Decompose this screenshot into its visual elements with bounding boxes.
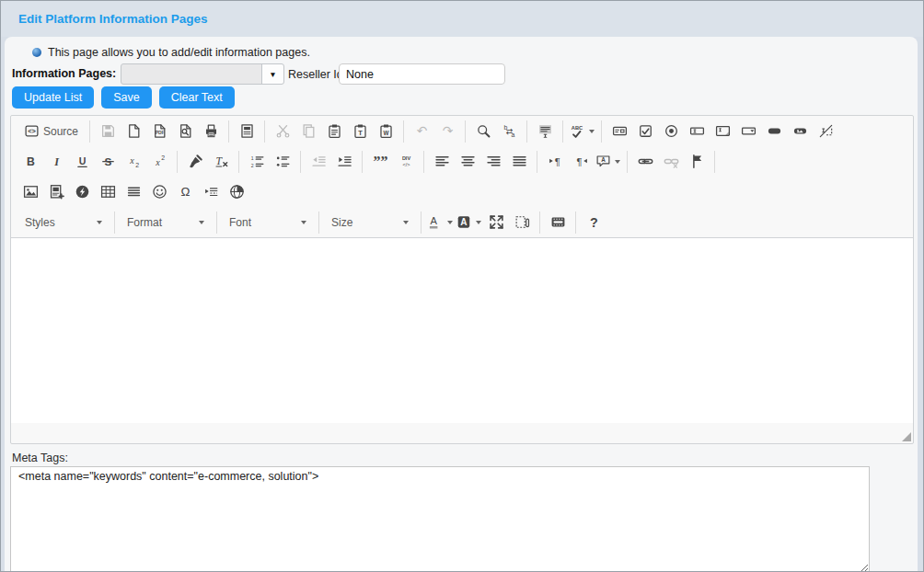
- bgcolor-button[interactable]: A: [456, 212, 481, 234]
- toolbar-separator: [539, 212, 540, 234]
- strike-button[interactable]: S: [97, 151, 119, 173]
- justifyright-icon: [486, 154, 502, 169]
- italic-icon: I: [49, 154, 64, 169]
- bidiltr-icon: ¶: [548, 154, 563, 169]
- link-button[interactable]: [634, 151, 656, 173]
- justifycenter-button[interactable]: [456, 151, 479, 173]
- copy-button: [297, 120, 319, 143]
- toolbar-separator: [714, 151, 715, 173]
- italic-button[interactable]: I: [45, 151, 67, 173]
- selectall-button[interactable]: [534, 120, 556, 143]
- font-combo[interactable]: Font: [224, 212, 312, 234]
- newpage-button[interactable]: [122, 120, 144, 143]
- image-button[interactable]: [19, 181, 41, 203]
- button-button[interactable]: [763, 120, 785, 143]
- replace-button[interactable]: ba⇄: [498, 120, 520, 143]
- blockquote-button[interactable]: ””: [369, 151, 391, 173]
- bulletedlist-button[interactable]: [271, 151, 294, 173]
- checkbox-button[interactable]: [634, 120, 656, 143]
- update-list-button[interactable]: Update List: [12, 86, 94, 109]
- meta-tags-textarea[interactable]: <meta name="keywords" content="e-commerc…: [10, 466, 870, 571]
- svg-text:U: U: [78, 155, 86, 166]
- justifyblock-button[interactable]: [508, 151, 530, 173]
- justifyleft-button[interactable]: [431, 151, 453, 173]
- toolbar-separator: [537, 151, 537, 173]
- copyformatting-button[interactable]: [184, 151, 206, 173]
- showblocks-button[interactable]: [511, 212, 533, 234]
- radio-button[interactable]: [660, 120, 682, 143]
- creatediv-button[interactable]: DIV</>: [395, 151, 417, 173]
- format-combo[interactable]: Format: [121, 212, 210, 234]
- toolbar-separator: [562, 120, 563, 143]
- bulletedlist-icon: [275, 154, 291, 169]
- page-root: Edit Platform Information Pages This pag…: [0, 0, 924, 572]
- table-button[interactable]: [97, 181, 119, 203]
- specialchar-button[interactable]: Ω: [174, 181, 196, 203]
- spellcheck-button[interactable]: ABC: [570, 120, 595, 143]
- textarea-button[interactable]: [711, 120, 733, 143]
- information-pages-select[interactable]: ▼: [121, 63, 284, 85]
- textfield-button[interactable]: [686, 120, 708, 143]
- save-button[interactable]: Save: [101, 86, 152, 109]
- styles-combo[interactable]: Styles: [19, 212, 108, 234]
- underline-button[interactable]: U: [71, 151, 93, 173]
- horizontalrule-button[interactable]: [122, 181, 144, 203]
- bold-button[interactable]: B: [19, 151, 41, 173]
- action-button-row: Update List Save Clear Text: [12, 86, 918, 109]
- toolbar-separator: [526, 120, 527, 143]
- size-combo[interactable]: Size: [326, 212, 414, 234]
- save-button: [97, 120, 119, 143]
- unlink-icon: [664, 154, 679, 169]
- templates-button[interactable]: [236, 120, 258, 143]
- flash-button[interactable]: [71, 181, 93, 203]
- toolbar-separator: [216, 212, 217, 234]
- table-icon: [100, 184, 116, 200]
- iframe-button[interactable]: [225, 181, 248, 203]
- pasteword-button[interactable]: W: [375, 120, 397, 143]
- bold-icon: B: [23, 154, 39, 169]
- intro-row: This page allows you to add/edit informa…: [32, 46, 918, 59]
- paste-button[interactable]: [323, 120, 345, 143]
- justifyright-button[interactable]: [482, 151, 504, 173]
- form-button[interactable]: [608, 120, 630, 143]
- selectfield-button[interactable]: [737, 120, 759, 143]
- textcolor-button[interactable]: A: [428, 212, 453, 234]
- superscript-button[interactable]: x2: [148, 151, 170, 173]
- removeformat-button[interactable]: T: [210, 151, 232, 173]
- bidirtl-button[interactable]: ¶: [570, 151, 592, 173]
- hiddenfield-button[interactable]: [814, 120, 837, 143]
- subscript-button[interactable]: x2: [122, 151, 144, 173]
- underline-icon: U: [75, 154, 90, 169]
- exportpdf-button[interactable]: PDF: [148, 120, 170, 143]
- find-button[interactable]: [472, 120, 494, 143]
- reseller-id-input[interactable]: [339, 63, 505, 85]
- svg-text:A: A: [460, 217, 468, 227]
- imagebutton-button[interactable]: [789, 120, 811, 143]
- image2-button[interactable]: [45, 181, 67, 203]
- about-button[interactable]: ?: [583, 212, 605, 234]
- pagebreak-button[interactable]: [200, 181, 222, 203]
- print-button[interactable]: [200, 120, 222, 143]
- toolbar-row: StylesFormatFontSizeAA?: [11, 207, 913, 237]
- editor-resize-handle[interactable]: [902, 432, 911, 441]
- numberedlist-button[interactable]: 12: [246, 151, 268, 173]
- smiley-button[interactable]: [148, 181, 170, 203]
- media-button[interactable]: [547, 212, 569, 234]
- svg-text:B: B: [27, 155, 35, 168]
- numberedlist-icon: 12: [249, 154, 265, 169]
- preview-button[interactable]: [174, 120, 196, 143]
- pastetext-button[interactable]: T: [349, 120, 371, 143]
- dropdown-arrow-icon[interactable]: ▼: [261, 64, 283, 84]
- source-button[interactable]: <>Source: [19, 120, 83, 143]
- indent-button[interactable]: [333, 151, 355, 173]
- specialchar-icon: Ω: [178, 184, 193, 200]
- anchor-button[interactable]: [686, 151, 708, 173]
- clear-text-button[interactable]: Clear Text: [159, 86, 235, 109]
- toolbar-separator: [362, 151, 363, 173]
- maximize-button[interactable]: [485, 212, 507, 234]
- bidiltr-button[interactable]: ¶: [544, 151, 566, 173]
- language-button[interactable]: A: [595, 151, 620, 173]
- editor-content-area[interactable]: [11, 238, 913, 423]
- toolbar-separator: [423, 151, 424, 173]
- smiley-icon: [152, 184, 167, 200]
